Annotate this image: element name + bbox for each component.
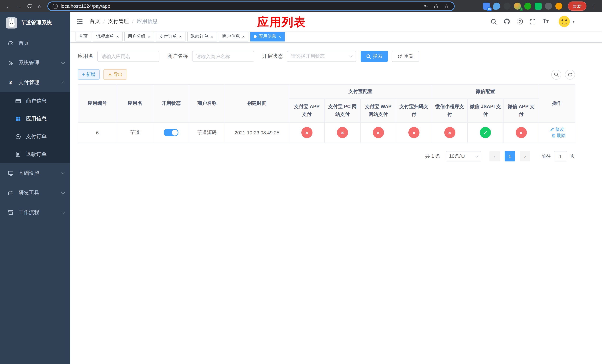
tab-close-icon[interactable]: × (147, 34, 151, 39)
tab-label: 应用信息 (258, 33, 276, 40)
tab-process-form[interactable]: 流程表单 × (93, 32, 123, 41)
tab-close-icon[interactable]: × (179, 34, 182, 39)
chevron-down-icon (349, 54, 353, 58)
url-text[interactable]: localhost:1024/pay/app (61, 3, 420, 9)
bookmark-star-icon[interactable]: ☆ (443, 3, 450, 9)
sidebar-item-pay-order[interactable]: 支付订单 (0, 128, 70, 146)
address-bar[interactable]: i localhost:1024/pay/app ☆ (47, 1, 455, 11)
refresh-table-button[interactable] (565, 69, 575, 79)
extension-icon-7[interactable] (545, 3, 552, 10)
extension-icon-5[interactable] (524, 3, 531, 10)
user-avatar[interactable] (558, 15, 570, 28)
tab-close-icon[interactable]: × (278, 34, 281, 39)
extension-icon-4[interactable]: 1 (514, 3, 521, 10)
breadcrumb-separator: / (103, 19, 105, 24)
sidebar-item-system[interactable]: 系统管理 (0, 53, 70, 73)
toggle-knob (172, 130, 178, 136)
tab-close-icon[interactable]: × (210, 34, 214, 39)
fullscreen-icon[interactable] (529, 18, 537, 25)
prev-page-button[interactable]: ‹ (489, 151, 500, 161)
tags-view-bar: 首页 流程表单 × 用户分组 × 支付订单 × 退款订单 × (70, 31, 602, 43)
sidebar-item-dev-tools[interactable]: 研发工具 (0, 183, 70, 203)
tab-refund-order[interactable]: 退款订单 × (187, 32, 217, 41)
help-icon[interactable]: ? (516, 18, 524, 25)
sidebar-item-refund-order[interactable]: 退款订单 (0, 146, 70, 163)
merchant-name-input[interactable] (192, 51, 254, 62)
browser-menu-icon[interactable]: ⋮ (590, 3, 598, 10)
extension-icon-2[interactable] (493, 3, 500, 10)
search-icon[interactable] (490, 18, 498, 25)
add-button[interactable]: + 新增 (78, 69, 100, 80)
order-circle-icon (15, 133, 22, 140)
sidebar-item-merchant-info[interactable]: 商户信息 (0, 92, 70, 110)
app-name-input[interactable] (97, 51, 159, 62)
tab-close-icon[interactable]: × (116, 34, 119, 39)
gear-icon (7, 59, 14, 66)
font-size-icon[interactable]: TT (542, 18, 549, 25)
wx-mini-status-icon: × (444, 127, 455, 138)
edit-label: 修改 (555, 126, 564, 133)
browser-forward-button[interactable]: → (14, 1, 24, 11)
goto-label: 前往 (541, 153, 551, 160)
page-size-value: 10条/页 (449, 153, 465, 160)
tab-label: 用户分组 (128, 33, 146, 40)
refresh-icon (568, 72, 572, 77)
extension-icon-8[interactable] (555, 3, 562, 10)
browser-reload-button[interactable] (24, 1, 34, 11)
sidebar-item-workflow[interactable]: 工作流程 (0, 203, 70, 222)
refresh-icon (397, 54, 402, 59)
browser-back-button[interactable]: ← (4, 1, 13, 11)
app-table: 应用编号 应用名 开启状态 商户名称 创建时间 支付宝配置 微信配置 操作 支付… (78, 85, 575, 143)
edit-button[interactable]: 修改 (550, 126, 564, 133)
tab-pay-order[interactable]: 支付订单 × (156, 32, 185, 41)
alipay-pc-status-icon: × (337, 127, 348, 138)
github-icon[interactable] (503, 18, 511, 25)
tab-merchant-info[interactable]: 商户信息 × (219, 32, 248, 41)
sidebar-item-infra[interactable]: 基础设施 (0, 163, 70, 183)
share-icon[interactable] (433, 3, 439, 9)
sidebar-item-app-info[interactable]: 应用信息 (0, 110, 70, 128)
status-select[interactable]: 请选择开启状态 (287, 51, 356, 62)
reset-button[interactable]: 重置 (392, 51, 419, 62)
toolbox-icon (7, 189, 14, 196)
col-alipay-pc: 支付宝 PC 网站支付 (324, 99, 360, 122)
search-button[interactable]: 搜索 (361, 51, 388, 62)
export-button[interactable]: 导出 (103, 69, 127, 80)
page-number-1[interactable]: 1 (505, 151, 515, 161)
status-toggle[interactable] (164, 129, 178, 136)
sidebar-label: 支付管理 (19, 79, 39, 86)
sidebar-item-payment[interactable]: ¥ 支付管理 (0, 73, 70, 92)
delete-button[interactable]: 删除 (552, 133, 566, 139)
tab-user-group[interactable]: 用户分组 × (124, 32, 154, 41)
goto-page-input[interactable] (554, 151, 567, 161)
archive-icon (7, 209, 14, 216)
browser-update-button[interactable]: 更新 (568, 1, 586, 11)
question-mark: ? (517, 19, 523, 24)
page-content: 应用名 商户名称 开启状态 请选择开启状态 搜索 (70, 43, 602, 364)
breadcrumb-home[interactable]: 首页 (90, 18, 100, 25)
site-info-icon[interactable]: i (53, 3, 58, 9)
extension-icon-1[interactable]: 10 (483, 3, 490, 10)
tab-home[interactable]: 首页 (75, 32, 91, 41)
breadcrumb-separator: / (132, 19, 134, 24)
alipay-wap-status-icon: × (373, 127, 384, 138)
password-key-icon[interactable] (423, 3, 429, 9)
status-select-placeholder: 请选择开启状态 (291, 53, 325, 60)
user-menu[interactable]: ▾ (558, 15, 575, 28)
sidebar-collapse-icon[interactable] (75, 17, 84, 26)
page-unit-label: 页 (570, 153, 575, 160)
toggle-search-button[interactable] (551, 69, 561, 79)
sidebar-item-home[interactable]: 首页 (0, 33, 70, 53)
tab-app-info[interactable]: 应用信息 × (250, 32, 285, 41)
extension-icon-3[interactable] (504, 3, 511, 10)
pagination: 共 1 条 10条/页 ‹ 1 › 前往 页 (78, 151, 575, 161)
tab-close-icon[interactable]: × (242, 34, 245, 39)
next-page-button[interactable]: › (520, 151, 530, 161)
browser-home-button[interactable]: ⌂ (35, 1, 44, 11)
page-size-select[interactable]: 10条/页 (446, 151, 481, 161)
cell-status (153, 122, 189, 143)
sidebar-label: 首页 (19, 40, 29, 46)
breadcrumb-payment[interactable]: 支付管理 (108, 18, 129, 25)
cell-operations: 修改 删除 (539, 122, 575, 143)
extension-icon-6[interactable] (535, 3, 542, 10)
